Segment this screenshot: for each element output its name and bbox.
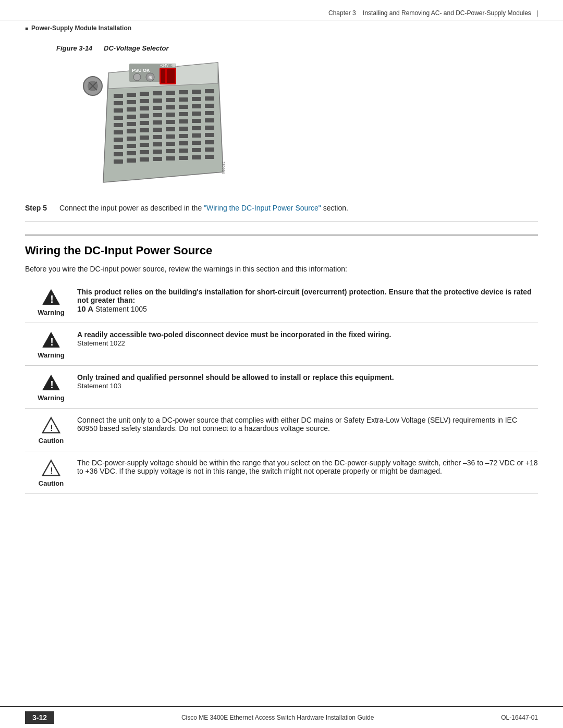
svg-point-84 xyxy=(133,73,141,81)
svg-rect-47 xyxy=(179,127,188,131)
svg-rect-55 xyxy=(179,134,188,138)
notice-icon-col-5: ! Caution xyxy=(25,458,77,487)
warning-content-3: Only trained and qualified personnel sho… xyxy=(77,372,538,390)
svg-rect-49 xyxy=(205,126,214,130)
footer-ol-code: OL-16447-01 xyxy=(501,714,538,721)
svg-rect-2 xyxy=(114,94,123,98)
svg-rect-27 xyxy=(127,115,136,119)
svg-rect-80 xyxy=(192,155,201,159)
svg-rect-79 xyxy=(179,156,188,160)
caution-content-1: Connect the unit only to a DC-power sour… xyxy=(77,415,538,433)
svg-rect-44 xyxy=(140,128,149,132)
svg-rect-34 xyxy=(114,123,123,127)
svg-rect-71 xyxy=(179,149,188,153)
step-link[interactable]: "Wiring the DC-Input Power Source" xyxy=(204,204,321,212)
svg-rect-52 xyxy=(140,135,149,140)
svg-rect-39 xyxy=(179,119,188,124)
svg-rect-46 xyxy=(166,127,175,131)
svg-rect-59 xyxy=(127,144,136,148)
svg-rect-78 xyxy=(166,156,175,161)
svg-rect-68 xyxy=(140,150,149,154)
notice-icon-col-2: ! Warning xyxy=(25,329,77,359)
svg-rect-32 xyxy=(192,112,201,116)
warning-icon-3: ! xyxy=(42,373,60,392)
warning-main-3: Only trained and qualified personnel sho… xyxy=(77,373,394,381)
svg-rect-30 xyxy=(166,113,175,117)
caution-label-1: Caution xyxy=(39,437,64,445)
step-text: Connect the input power as described in … xyxy=(59,204,348,212)
svg-rect-90 xyxy=(170,69,175,83)
warning-content-2: A readily accessible two-poled disconnec… xyxy=(77,329,538,347)
svg-rect-5 xyxy=(153,91,162,95)
svg-rect-53 xyxy=(153,135,162,139)
svg-rect-56 xyxy=(192,133,201,138)
svg-rect-40 xyxy=(192,119,201,123)
svg-rect-12 xyxy=(140,99,149,103)
warning-statement-3: Statement 103 xyxy=(77,382,121,390)
svg-text:!: ! xyxy=(50,293,54,305)
svg-rect-63 xyxy=(179,141,188,145)
svg-rect-3 xyxy=(127,93,136,97)
footer-guide-title: Cisco ME 3400E Ethernet Access Switch Ha… xyxy=(181,714,374,721)
svg-rect-20 xyxy=(140,106,149,110)
svg-rect-58 xyxy=(114,145,123,149)
svg-rect-4 xyxy=(140,92,149,96)
svg-rect-18 xyxy=(114,108,123,113)
svg-rect-60 xyxy=(140,143,149,147)
notice-row-3: ! Warning Only trained and qualified per… xyxy=(25,366,538,409)
svg-rect-54 xyxy=(166,134,175,139)
svg-text:!: ! xyxy=(50,423,53,433)
device-image: PSU OK ⊕ +24V -48V 280524 xyxy=(77,57,538,189)
step-row: Step 5 Connect the input power as descri… xyxy=(25,199,538,222)
svg-rect-33 xyxy=(205,111,214,115)
svg-rect-69 xyxy=(153,150,162,154)
svg-rect-74 xyxy=(114,159,123,164)
svg-rect-6 xyxy=(166,91,175,95)
caution-main-1: Connect the unit only to a DC-power sour… xyxy=(77,416,517,433)
svg-rect-15 xyxy=(179,97,188,102)
svg-rect-19 xyxy=(127,107,136,112)
svg-rect-38 xyxy=(166,120,175,124)
svg-rect-57 xyxy=(205,133,214,137)
svg-rect-11 xyxy=(127,100,136,104)
svg-rect-70 xyxy=(166,149,175,153)
svg-rect-51 xyxy=(127,137,136,141)
svg-rect-16 xyxy=(192,97,201,101)
step-label: Step 5 xyxy=(25,204,51,212)
svg-text:PSU OK: PSU OK xyxy=(132,68,150,73)
svg-rect-9 xyxy=(205,89,214,93)
notice-row-4: ! Caution Connect the unit only to a DC-… xyxy=(25,409,538,451)
page-header: Chapter 3 Installing and Removing AC- an… xyxy=(0,0,563,20)
svg-text:!: ! xyxy=(50,336,54,348)
caution-main-2: The DC-power-supply voltage should be wi… xyxy=(77,459,538,475)
warning-main-1: This product relies on the building's in… xyxy=(77,288,531,304)
svg-rect-14 xyxy=(166,98,175,102)
figure-caption: Figure 3-14 DC-Voltage Selector xyxy=(56,44,538,52)
svg-rect-31 xyxy=(179,112,188,116)
svg-rect-37 xyxy=(153,120,162,125)
svg-rect-26 xyxy=(114,116,123,120)
svg-rect-72 xyxy=(192,148,201,152)
svg-rect-17 xyxy=(205,96,214,101)
notice-icon-col-4: ! Caution xyxy=(25,415,77,445)
svg-rect-43 xyxy=(127,129,136,133)
svg-rect-75 xyxy=(127,158,136,163)
page-footer: 3-12 Cisco ME 3400E Ethernet Access Swit… xyxy=(0,706,563,728)
notice-icon-col-1: ! Warning xyxy=(25,287,77,316)
caution-icon-2: ! xyxy=(42,459,60,477)
breadcrumb: Power-Supply Module Installation xyxy=(0,20,563,34)
svg-rect-7 xyxy=(179,90,188,94)
svg-rect-66 xyxy=(114,152,123,156)
notice-row-1: ! Warning This product relies on the bui… xyxy=(25,280,538,323)
breadcrumb-text: Power-Supply Module Installation xyxy=(31,24,131,32)
svg-rect-42 xyxy=(114,130,123,134)
svg-rect-76 xyxy=(140,157,149,162)
notice-icon-col-3: ! Warning xyxy=(25,372,77,402)
step-text-after: section. xyxy=(321,204,348,212)
svg-rect-36 xyxy=(140,121,149,125)
warning-icon-2: ! xyxy=(42,330,60,349)
svg-rect-29 xyxy=(153,113,162,117)
svg-rect-73 xyxy=(205,147,214,152)
svg-rect-50 xyxy=(114,138,123,142)
figure-title: DC-Voltage Selector xyxy=(104,44,169,52)
